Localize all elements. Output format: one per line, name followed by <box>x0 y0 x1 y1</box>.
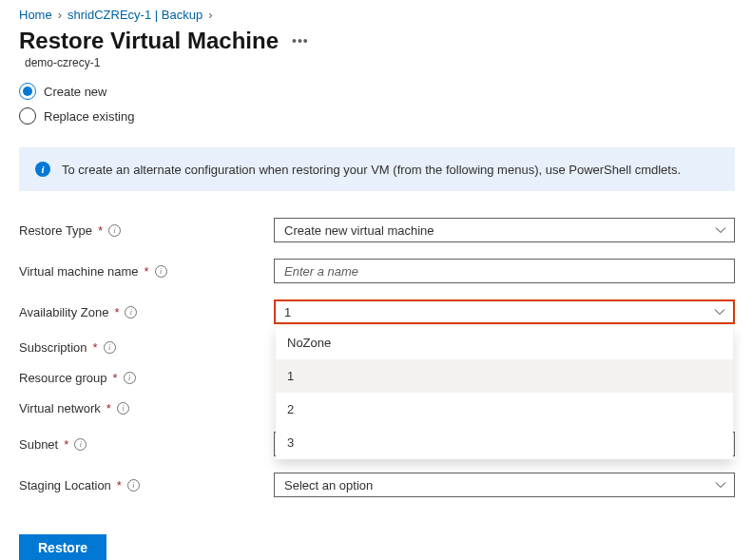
page-subtitle: demo-czrecy-1 <box>25 56 735 69</box>
breadcrumb-item[interactable]: shridCZREcy-1 | Backup <box>67 8 202 22</box>
zone-option-1[interactable]: 1 <box>276 359 733 393</box>
restore-type-select[interactable]: Create new virtual machine <box>274 218 735 242</box>
availability-zone-select[interactable]: 1 <box>274 299 735 324</box>
breadcrumb: Home › shridCZREcy-1 | Backup › <box>19 8 735 22</box>
resource-group-label: Resource group* i <box>19 371 274 385</box>
help-icon[interactable]: i <box>74 438 87 451</box>
vm-name-label: Virtual machine name* i <box>19 264 274 279</box>
staging-location-label: Staging Location* i <box>19 478 274 492</box>
help-icon[interactable]: i <box>117 402 129 415</box>
radio-label: Create new <box>44 85 106 99</box>
more-icon[interactable]: ••• <box>292 33 309 48</box>
info-banner-text: To create an alternate configuration whe… <box>62 163 681 177</box>
chevron-down-icon <box>715 479 726 491</box>
subscription-label: Subscription* i <box>19 340 274 355</box>
page-title: Restore Virtual Machine <box>19 28 279 54</box>
breadcrumb-home[interactable]: Home <box>19 8 52 22</box>
radio-create-new[interactable]: Create new <box>19 83 735 100</box>
chevron-down-icon <box>715 224 726 236</box>
restore-mode-radio-group: Create new Replace existing <box>19 83 735 125</box>
help-icon[interactable]: i <box>155 265 167 278</box>
info-banner: i To create an alternate configuration w… <box>19 147 735 191</box>
radio-icon <box>19 83 36 100</box>
availability-zone-dropdown: NoZone 1 2 3 <box>276 326 733 459</box>
radio-icon <box>19 107 36 125</box>
staging-location-select[interactable]: Select an option <box>274 473 735 497</box>
chevron-down-icon <box>714 306 725 318</box>
zone-option-nozone[interactable]: NoZone <box>276 326 733 359</box>
zone-option-3[interactable]: 3 <box>276 426 733 459</box>
help-icon[interactable]: i <box>127 479 140 492</box>
restore-type-label: Restore Type* i <box>19 223 274 238</box>
chevron-right-icon: › <box>208 8 212 22</box>
radio-label: Replace existing <box>44 109 134 124</box>
radio-replace-existing[interactable]: Replace existing <box>19 107 735 125</box>
help-icon[interactable]: i <box>104 341 116 354</box>
help-icon[interactable]: i <box>124 372 136 384</box>
availability-zone-label: Availability Zone* i <box>19 305 274 319</box>
help-icon[interactable]: i <box>125 306 137 319</box>
vm-name-input[interactable] <box>274 259 735 283</box>
chevron-right-icon: › <box>58 8 62 22</box>
info-icon: i <box>35 162 50 177</box>
restore-button[interactable]: Restore <box>19 534 106 560</box>
subnet-label: Subnet* i <box>19 437 274 452</box>
help-icon[interactable]: i <box>108 224 121 237</box>
virtual-network-label: Virtual network* i <box>19 401 274 415</box>
zone-option-2[interactable]: 2 <box>276 393 733 426</box>
